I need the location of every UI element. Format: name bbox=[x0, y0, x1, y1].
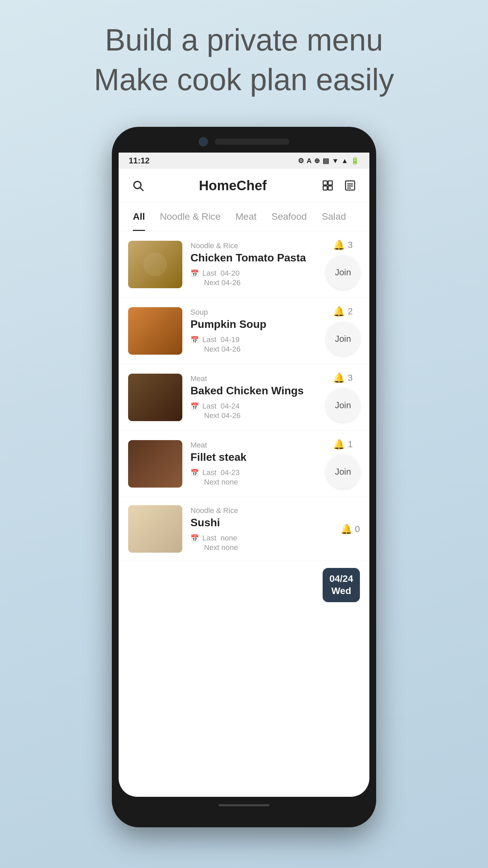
list-item: Noodle & Rice Chicken Tomato Pasta 📅 Las… bbox=[119, 231, 369, 298]
category-tabs: All Noodle & Rice Meat Seafood Salad bbox=[119, 202, 369, 231]
serving-count: 🔔 3 bbox=[333, 372, 352, 383]
recipe-thumbnail bbox=[128, 374, 182, 421]
list-item: Meat Baked Chicken Wings 📅 Last 04-24 Ne… bbox=[119, 364, 369, 431]
recipe-name: Baked Chicken Wings bbox=[190, 384, 318, 397]
app-title: HomeChef bbox=[199, 178, 267, 193]
next-label: Next none bbox=[204, 478, 238, 487]
battery-icon: 🔋 bbox=[351, 157, 359, 165]
svg-point-10 bbox=[143, 253, 167, 276]
next-date: Next 04-26 bbox=[190, 411, 318, 420]
wifi-icon: ▼ bbox=[332, 157, 339, 165]
recipe-name: Chicken Tomato Pasta bbox=[190, 252, 318, 264]
app-screen: 11:12 ⚙ A ⊕ ▤ ▼ ▲ 🔋 HomeChef bbox=[119, 153, 369, 797]
recipe-actions: 🔔 2 Join bbox=[326, 306, 360, 356]
serving-count: 🔔 2 bbox=[333, 306, 352, 317]
recipe-thumbnail bbox=[128, 241, 182, 288]
date-badge: 04/24 Wed bbox=[323, 568, 360, 602]
serving-icon: 🔔 bbox=[333, 439, 345, 450]
last-date: 📅 Last 04-20 bbox=[190, 269, 318, 278]
recipe-info: Meat Baked Chicken Wings 📅 Last 04-24 Ne… bbox=[190, 374, 318, 420]
svg-rect-3 bbox=[328, 181, 332, 185]
last-label: Last 04-20 bbox=[202, 269, 240, 278]
recipe-actions: 🔔 3 Join bbox=[326, 239, 360, 289]
badge-date: 04/24 bbox=[329, 573, 353, 585]
recipe-category: Meat bbox=[190, 374, 318, 383]
tab-all[interactable]: All bbox=[125, 202, 152, 231]
list-item: Soup Pumpkin Soup 📅 Last 04-19 Next 04-2… bbox=[119, 298, 369, 364]
status-system-icons: ⚙ A ⊕ ▤ ▼ ▲ 🔋 bbox=[298, 157, 359, 165]
phone-speaker bbox=[215, 139, 289, 145]
sd-icon: ▤ bbox=[323, 157, 329, 165]
list-item: Noodle & Rice Sushi 📅 Last none Next non… bbox=[119, 497, 369, 561]
svg-rect-4 bbox=[323, 186, 327, 190]
recipe-category: Meat bbox=[190, 441, 318, 450]
svg-rect-2 bbox=[323, 181, 327, 185]
join-button[interactable]: Join bbox=[326, 322, 360, 356]
recipe-category: Soup bbox=[190, 308, 318, 317]
last-label: Last 04-24 bbox=[202, 402, 240, 411]
serving-count: 🔔 3 bbox=[333, 239, 352, 251]
headline: Build a private menu Make cook plan easi… bbox=[94, 20, 394, 100]
calendar-icon: 📅 bbox=[190, 469, 199, 477]
recipe-name: Pumpkin Soup bbox=[190, 318, 318, 331]
list-icon[interactable] bbox=[342, 177, 359, 194]
calendar-icon: 📅 bbox=[190, 402, 199, 410]
tab-meat[interactable]: Meat bbox=[228, 202, 264, 231]
serving-number: 3 bbox=[348, 373, 352, 383]
serving-count: 🔔 0 bbox=[341, 524, 360, 535]
last-label: Last none bbox=[202, 534, 237, 542]
status-time: 11:12 bbox=[129, 156, 149, 165]
badge-day: Wed bbox=[329, 585, 353, 597]
gallery-icon[interactable] bbox=[319, 177, 336, 194]
last-date: 📅 Last 04-24 bbox=[190, 402, 318, 411]
recipe-info: Soup Pumpkin Soup 📅 Last 04-19 Next 04-2… bbox=[190, 308, 318, 354]
recipe-dates: 📅 Last none Next none bbox=[190, 534, 332, 552]
last-date: 📅 Last 04-19 bbox=[190, 335, 318, 344]
recipe-category: Noodle & Rice bbox=[190, 506, 332, 515]
nav-right-icons bbox=[319, 177, 359, 194]
recipe-info: Noodle & Rice Sushi 📅 Last none Next non… bbox=[190, 506, 332, 552]
tab-noodle-rice[interactable]: Noodle & Rice bbox=[152, 202, 228, 231]
recipe-info: Meat Fillet steak 📅 Last 04-23 Next none bbox=[190, 441, 318, 487]
recipe-category: Noodle & Rice bbox=[190, 241, 318, 250]
serving-count: 🔔 1 bbox=[333, 439, 352, 450]
recipe-info: Noodle & Rice Chicken Tomato Pasta 📅 Las… bbox=[190, 241, 318, 287]
next-date: Next none bbox=[190, 543, 332, 552]
join-button[interactable]: Join bbox=[326, 255, 360, 289]
svg-rect-5 bbox=[328, 186, 332, 190]
join-button[interactable]: Join bbox=[326, 455, 360, 489]
next-label: Next 04-26 bbox=[204, 345, 241, 354]
serving-icon: 🔔 bbox=[341, 524, 352, 535]
next-label: Next none bbox=[204, 543, 238, 552]
serving-number: 2 bbox=[348, 306, 352, 317]
recipe-actions: 🔔 3 Join bbox=[326, 372, 360, 422]
calendar-icon: 📅 bbox=[190, 269, 199, 277]
recipe-name: Fillet steak bbox=[190, 451, 318, 463]
recipe-actions: 🔔 1 Join bbox=[326, 439, 360, 489]
serving-icon: 🔔 bbox=[333, 372, 345, 383]
food-icon bbox=[142, 251, 169, 278]
headline-line1: Build a private menu bbox=[94, 20, 394, 60]
tab-seafood[interactable]: Seafood bbox=[264, 202, 314, 231]
tab-salad[interactable]: Salad bbox=[314, 202, 353, 231]
list-item: Meat Fillet steak 📅 Last 04-23 Next none bbox=[119, 431, 369, 497]
calendar-icon: 📅 bbox=[190, 534, 199, 542]
recipe-thumbnail bbox=[128, 505, 182, 553]
signal-icon: ▲ bbox=[341, 157, 348, 165]
status-bar: 11:12 ⚙ A ⊕ ▤ ▼ ▲ 🔋 bbox=[119, 153, 369, 169]
join-button[interactable]: Join bbox=[326, 388, 360, 422]
recipe-dates: 📅 Last 04-24 Next 04-26 bbox=[190, 402, 318, 420]
search-button[interactable] bbox=[129, 177, 146, 194]
front-camera bbox=[199, 137, 208, 146]
phone-shell: 11:12 ⚙ A ⊕ ▤ ▼ ▲ 🔋 HomeChef bbox=[112, 127, 376, 827]
serving-icon: 🔔 bbox=[333, 306, 345, 317]
phone-bottom bbox=[119, 797, 369, 814]
svg-line-1 bbox=[140, 188, 143, 191]
last-date: 📅 Last none bbox=[190, 534, 332, 542]
headline-line2: Make cook plan easily bbox=[94, 60, 394, 100]
last-label: Last 04-19 bbox=[202, 335, 240, 344]
next-date: Next 04-26 bbox=[190, 345, 318, 354]
serving-number: 1 bbox=[348, 439, 352, 450]
recipe-list: Noodle & Rice Chicken Tomato Pasta 📅 Las… bbox=[119, 231, 369, 561]
serving-number: 3 bbox=[348, 240, 352, 250]
